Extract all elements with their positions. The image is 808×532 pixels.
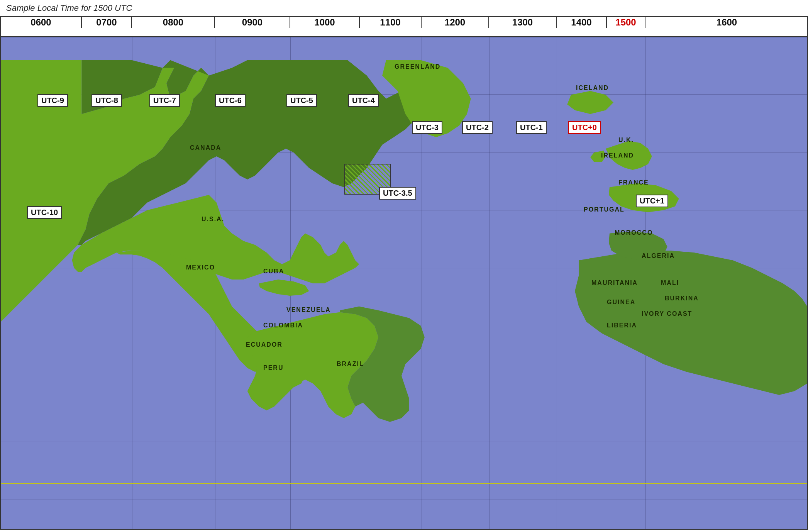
utc-label-utc-1: UTC+1	[636, 195, 668, 207]
time-cell-0600: 0600	[1, 17, 82, 28]
country-label-liberia: LIBERIA	[607, 322, 637, 329]
time-cell-1200: 1200	[422, 17, 489, 28]
country-label-colombia: COLOMBIA	[263, 322, 303, 329]
time-cell-1300: 1300	[489, 17, 557, 28]
country-label-france: FRANCE	[618, 179, 649, 186]
utc-label-utc-6: UTC-6	[215, 94, 246, 107]
country-label-burkina: BURKINA	[665, 295, 699, 302]
country-label-canada: CANADA	[190, 144, 221, 151]
country-label-algeria: ALGERIA	[642, 252, 675, 259]
utc-label-utc-5: UTC-5	[286, 94, 317, 107]
map-container: 0600070008000900100011001200130014001500…	[0, 16, 808, 530]
country-label-u.s.a.: U.S.A.	[202, 216, 224, 223]
country-label-venezuela: VENEZUELA	[286, 307, 331, 313]
utc-label-utc-0: UTC+0	[568, 121, 601, 134]
country-label-mali: MALI	[661, 280, 679, 286]
country-label-u.k.: U.K.	[618, 137, 634, 144]
country-label-brazil: BRAZIL	[337, 361, 364, 368]
country-label-peru: PERU	[263, 364, 283, 371]
country-label-morocco: MOROCCO	[615, 229, 653, 236]
country-label-ivory-coast: IVORY COAST	[642, 310, 692, 317]
time-cell-0900: 0900	[215, 17, 290, 28]
utc-label-utc-8: UTC-8	[91, 94, 122, 107]
utc-label-utc-10: UTC-10	[27, 206, 62, 219]
utc-label-utc-3: UTC-3	[412, 121, 442, 134]
time-cell-1100: 1100	[360, 17, 422, 28]
time-cell-1500: 1500	[607, 17, 645, 28]
country-label-cuba: CUBA	[263, 268, 284, 275]
utc-label-utc-7: UTC-7	[149, 94, 180, 107]
country-label-mauritania: MAURITANIA	[591, 280, 638, 286]
country-label-mexico: MEXICO	[186, 264, 215, 271]
country-label-portugal: PORTUGAL	[584, 206, 625, 213]
time-cell-1400: 1400	[557, 17, 607, 28]
time-cell-1600: 1600	[645, 17, 808, 28]
country-label-ireland: IRELAND	[601, 152, 634, 159]
utc-label-utc-3-5: UTC-3.5	[379, 187, 416, 200]
time-cell-1000: 1000	[290, 17, 360, 28]
utc-label-utc-1: UTC-1	[516, 121, 547, 134]
utc-label-utc-2: UTC-2	[462, 121, 493, 134]
equator-line	[1, 483, 807, 484]
country-label-guinea: GUINEA	[607, 299, 635, 306]
country-label-iceland: ICELAND	[576, 85, 609, 91]
time-header: 0600070008000900100011001200130014001500…	[1, 17, 807, 37]
land-svg	[1, 37, 807, 529]
page-title: Sample Local Time for 1500 UTC	[0, 0, 808, 16]
utc-label-utc-4: UTC-4	[348, 94, 379, 107]
time-cell-0700: 0700	[82, 17, 132, 28]
time-cell-0800: 0800	[132, 17, 215, 28]
country-label-ecuador: ECUADOR	[246, 341, 283, 348]
utc-label-utc-9: UTC-9	[37, 94, 68, 107]
country-label-greenland: GREENLAND	[395, 63, 440, 70]
